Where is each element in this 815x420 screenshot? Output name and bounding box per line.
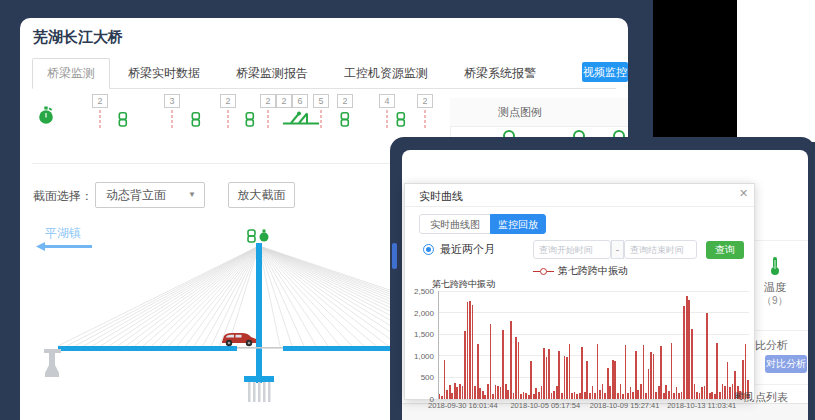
bridge-sensor-icon [282,110,320,131]
sensor-count-badge: 6 [292,94,308,108]
tower-pile-cap [244,376,274,382]
scrollbar-thumb[interactable] [392,243,397,269]
sensor-count-badge: 2 [92,94,108,108]
x-tick-label: 2018-10-13 11:03:41 [667,401,736,410]
bridge-tower [256,243,262,383]
sensor-count-badge: 3 [164,94,180,108]
tab-realtime-curve[interactable]: 实时曲线图 [419,214,491,234]
screen: 芜湖长江大桥 桥梁监测桥梁实时数据桥梁监测报告工控机资源监测桥梁系统报警 视频监… [0,0,815,420]
point-legend-header: 测点图例 [450,98,628,127]
chain-link-icon [191,112,202,131]
legend-marker-icon [533,268,554,275]
bridge-diagram [30,213,402,413]
car [222,333,256,346]
radio-last-two-months[interactable] [423,244,434,255]
modal-title: 实时曲线 [419,189,463,204]
sensor-count-badge: 2 [260,94,276,108]
enlarge-section-button[interactable]: 放大截面 [228,182,295,208]
bridge-cables [58,246,402,346]
legend-series-name: 第七跨跨中振动 [558,264,628,278]
sensor-dashed-line [100,110,101,128]
bridge-deck-left [58,346,237,351]
thermometer-icon [768,256,782,276]
gauge-icon [38,106,55,129]
date-range-separator: - [611,240,624,259]
y-tick-label: 1,500 [405,330,434,339]
temperature-count: （9） [762,294,788,308]
modal-header-divider [405,206,754,207]
sensor-status-row: 2322265242 [20,18,628,148]
temperature-label: 温度 [764,280,786,295]
chart-legend[interactable]: 第七跨跨中振动 [405,264,756,278]
sensor-dashed-line [268,110,269,128]
tower-top-sensor-icons [248,230,269,243]
query-button[interactable]: 查询 [706,241,744,259]
section-select-dropdown[interactable]: 动态背立面 ▼ [95,182,205,208]
x-tick-label: 2018-10-05 05:17:54 [510,401,580,410]
x-tick-label: 2018-10-09 15:27:41 [590,401,660,410]
bridge-pier [44,349,61,377]
bridge-deck-joint [237,347,283,349]
chain-link-icon [118,112,129,131]
y-axis-title: 第七跨跨中振动 [432,278,495,291]
sensor-count-badge: 4 [379,94,395,108]
section-divider [32,163,446,164]
section-select-value: 动态背立面 [106,188,166,202]
sensor-count-badge: 2 [417,94,433,108]
sensor-dashed-line [172,110,173,128]
x-axis-title: 时间 [735,390,753,403]
query-end-time-input[interactable] [624,240,697,259]
tab-monitor-playback[interactable]: 监控回放 [490,214,546,234]
chain-link-icon [245,112,256,131]
chain-link-icon [396,112,407,131]
x-tick-label: 2018-09-30 16:01:44 [428,401,498,410]
query-start-time-input[interactable] [533,240,611,259]
vibration-chart[interactable] [438,291,749,399]
tower-piles [248,382,271,402]
realtime-curve-modal: 实时曲线 ✕ 实时曲线图 监控回放 最近两个月 - 查询 第七跨跨中振动 第七跨… [404,183,755,400]
sensor-count-badge: 2 [220,94,236,108]
sensor-dashed-line [425,110,426,128]
vibration-bars [439,296,749,399]
sensor-count-badge: 5 [313,94,329,108]
radio-label: 最近两个月 [440,242,495,257]
desktop-black-region [653,0,737,140]
sensor-dashed-line [228,110,229,128]
bridge-deck-right [283,346,402,351]
close-icon[interactable]: ✕ [739,187,748,200]
y-tick-label: 2,000 [405,309,434,318]
chain-link-icon [340,112,351,131]
y-tick-label: 500 [405,373,434,382]
chevron-down-icon: ▼ [188,183,196,207]
sensor-count-badge: 2 [337,94,353,108]
y-tick-label: 1,000 [405,352,434,361]
sensor-dashed-line [387,110,388,128]
y-tick-label: 2,500 [405,287,434,296]
background-window-fragment [737,0,815,142]
section-select-label: 截面选择： [33,188,93,205]
sensor-count-badge: 2 [276,94,292,108]
sensor-dashed-line [321,110,322,128]
compare-analysis-button[interactable]: 对比分析 [765,355,807,373]
